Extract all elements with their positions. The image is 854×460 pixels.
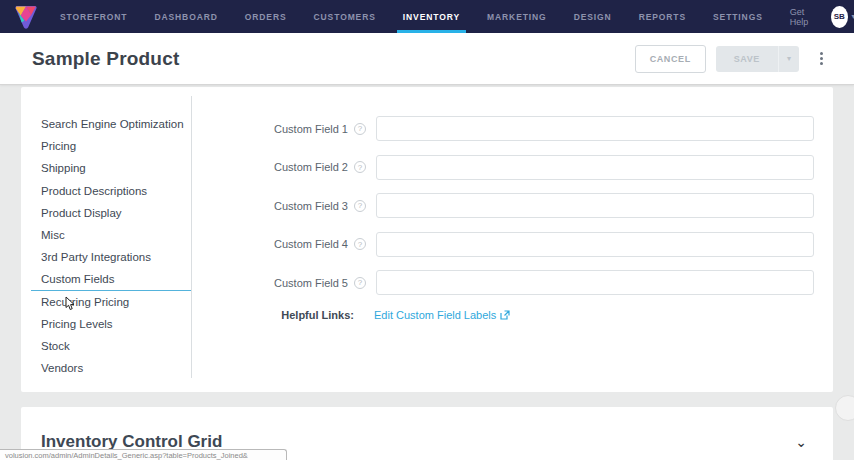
sidebar-item-stock[interactable]: Stock bbox=[31, 335, 192, 357]
nav-item-customers[interactable]: CUSTOMERS bbox=[314, 0, 376, 33]
page-title: Sample Product bbox=[32, 48, 179, 70]
user-avatar[interactable]: SB bbox=[831, 6, 848, 28]
help-icon[interactable]: ? bbox=[354, 123, 366, 135]
help-icon[interactable]: ? bbox=[354, 238, 366, 250]
sidebar-item-pricing[interactable]: Pricing bbox=[31, 135, 192, 157]
custom-field-1-label: Custom Field 1 bbox=[192, 123, 348, 135]
top-navigation: STOREFRONT DASHBOARD ORDERS CUSTOMERS IN… bbox=[0, 0, 854, 33]
custom-field-3-row: Custom Field 3 ? bbox=[192, 193, 833, 218]
get-help-link[interactable]: Get Help bbox=[790, 7, 817, 27]
sidebar-item-pricing-levels[interactable]: Pricing Levels bbox=[31, 313, 192, 335]
app-viewport: STOREFRONT DASHBOARD ORDERS CUSTOMERS IN… bbox=[0, 0, 854, 460]
floating-widget-circle bbox=[835, 395, 854, 421]
custom-fields-form: Custom Field 1 ? Custom Field 2 ? Custom… bbox=[192, 87, 833, 392]
custom-field-2-row: Custom Field 2 ? bbox=[192, 155, 833, 180]
custom-field-5-row: Custom Field 5 ? bbox=[192, 270, 833, 295]
sidebar-item-shipping[interactable]: Shipping bbox=[31, 157, 192, 179]
nav-item-reports[interactable]: REPORTS bbox=[639, 0, 686, 33]
custom-field-2-label: Custom Field 2 bbox=[192, 161, 348, 173]
sidebar-item-misc[interactable]: Misc bbox=[31, 224, 192, 246]
nav-item-orders[interactable]: ORDERS bbox=[245, 0, 287, 33]
sidebar-item-custom-fields[interactable]: Custom Fields bbox=[31, 268, 192, 290]
nav-item-dashboard[interactable]: DASHBOARD bbox=[154, 0, 217, 33]
header-actions: CANCEL SAVE ▾ bbox=[635, 45, 828, 73]
nav-item-design[interactable]: DESIGN bbox=[574, 0, 612, 33]
custom-field-3-label: Custom Field 3 bbox=[192, 200, 348, 212]
sidebar-item-vendors[interactable]: Vendors bbox=[31, 357, 192, 379]
settings-sidebar: Search Engine Optimization Pricing Shipp… bbox=[21, 87, 192, 392]
section-chevron-down-icon[interactable]: ⌄ bbox=[795, 434, 807, 450]
external-link-icon bbox=[500, 310, 510, 320]
product-settings-card: Search Engine Optimization Pricing Shipp… bbox=[21, 87, 833, 392]
volusion-logo-icon[interactable] bbox=[14, 4, 38, 30]
custom-field-1-row: Custom Field 1 ? bbox=[192, 116, 833, 141]
edit-custom-field-labels-text: Edit Custom Field Labels bbox=[374, 309, 496, 321]
custom-field-2-input[interactable] bbox=[376, 155, 814, 180]
sidebar-item-3rd-party-integrations[interactable]: 3rd Party Integrations bbox=[31, 246, 192, 268]
custom-field-5-label: Custom Field 5 bbox=[192, 277, 348, 289]
custom-field-5-input[interactable] bbox=[376, 270, 814, 295]
custom-field-4-row: Custom Field 4 ? bbox=[192, 232, 833, 257]
status-bar-url: volusion.com/admin/AdminDetails_Generic.… bbox=[0, 449, 287, 460]
sidebar-item-product-display[interactable]: Product Display bbox=[31, 202, 192, 224]
nav-item-storefront[interactable]: STOREFRONT bbox=[60, 0, 127, 33]
helpful-links-row: Helpful Links: Edit Custom Field Labels bbox=[192, 309, 833, 321]
save-button[interactable]: SAVE bbox=[716, 46, 778, 72]
help-icon[interactable]: ? bbox=[354, 161, 366, 173]
topnav-right-group: Get Help SB ▾ bbox=[790, 6, 854, 28]
nav-item-settings[interactable]: SETTINGS bbox=[713, 0, 763, 33]
sidebar-item-seo[interactable]: Search Engine Optimization bbox=[31, 113, 192, 135]
custom-field-4-input[interactable] bbox=[376, 232, 814, 257]
nav-item-inventory[interactable]: INVENTORY bbox=[403, 0, 460, 33]
save-options-chevron-down-icon[interactable]: ▾ bbox=[778, 46, 799, 72]
more-options-kebab-icon[interactable] bbox=[815, 48, 828, 69]
cancel-button[interactable]: CANCEL bbox=[635, 45, 706, 73]
help-icon[interactable]: ? bbox=[354, 200, 366, 212]
custom-field-3-input[interactable] bbox=[376, 193, 814, 218]
edit-custom-field-labels-link[interactable]: Edit Custom Field Labels bbox=[374, 309, 510, 321]
page-header: Sample Product CANCEL SAVE ▾ bbox=[0, 33, 854, 85]
sidebar-item-product-descriptions[interactable]: Product Descriptions bbox=[31, 180, 192, 202]
help-icon[interactable]: ? bbox=[354, 277, 366, 289]
helpful-links-label: Helpful Links: bbox=[192, 309, 354, 321]
custom-field-4-label: Custom Field 4 bbox=[192, 238, 348, 250]
sidebar-item-recurring-pricing[interactable]: Recurring Pricing bbox=[31, 291, 192, 313]
nav-item-marketing[interactable]: MARKETING bbox=[487, 0, 547, 33]
custom-field-1-input[interactable] bbox=[376, 116, 814, 141]
save-split-button: SAVE ▾ bbox=[716, 46, 799, 72]
